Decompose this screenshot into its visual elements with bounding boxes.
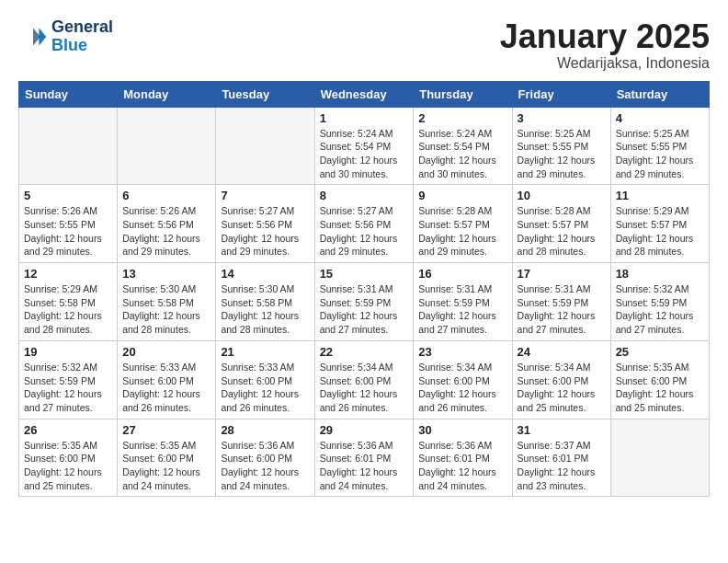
day-number: 7: [221, 189, 309, 202]
day-number: 18: [616, 267, 704, 281]
day-number: 19: [24, 345, 112, 359]
calendar-cell: 29Sunrise: 5:36 AM Sunset: 6:01 PM Dayli…: [314, 419, 414, 497]
weekday-header-tuesday: Tuesday: [216, 81, 314, 107]
calendar-cell: 7Sunrise: 5:27 AM Sunset: 5:56 PM Daylig…: [216, 185, 314, 263]
day-number: 15: [320, 267, 409, 281]
calendar-cell: 19Sunrise: 5:32 AM Sunset: 5:59 PM Dayli…: [19, 340, 118, 419]
calendar-cell: [216, 107, 314, 185]
week-row-4: 19Sunrise: 5:32 AM Sunset: 5:59 PM Dayli…: [19, 340, 710, 419]
week-row-5: 26Sunrise: 5:35 AM Sunset: 6:00 PM Dayli…: [19, 419, 710, 497]
logo-icon: [18, 22, 48, 52]
day-info: Sunrise: 5:27 AM Sunset: 5:56 PM Dayligh…: [221, 204, 309, 259]
calendar-cell: 3Sunrise: 5:25 AM Sunset: 5:55 PM Daylig…: [512, 107, 610, 185]
day-info: Sunrise: 5:24 AM Sunset: 5:54 PM Dayligh…: [418, 127, 506, 181]
day-info: Sunrise: 5:26 AM Sunset: 5:55 PM Dayligh…: [24, 204, 112, 259]
weekday-header-friday: Friday: [512, 81, 610, 107]
calendar-cell: 30Sunrise: 5:36 AM Sunset: 6:01 PM Dayli…: [414, 419, 512, 497]
calendar-cell: [19, 107, 118, 185]
calendar-cell: 15Sunrise: 5:31 AM Sunset: 5:59 PM Dayli…: [314, 263, 414, 341]
logo-text: General Blue: [51, 18, 113, 55]
day-info: Sunrise: 5:33 AM Sunset: 6:00 PM Dayligh…: [221, 361, 309, 415]
calendar-cell: 13Sunrise: 5:30 AM Sunset: 5:58 PM Dayli…: [118, 263, 216, 341]
day-number: 10: [518, 189, 606, 202]
day-number: 30: [418, 423, 506, 437]
day-number: 22: [320, 345, 409, 359]
day-number: 27: [122, 423, 210, 437]
day-number: 14: [221, 267, 309, 281]
day-number: 3: [518, 111, 606, 125]
day-number: 25: [616, 345, 704, 359]
day-info: Sunrise: 5:36 AM Sunset: 6:01 PM Dayligh…: [418, 439, 506, 493]
day-number: 12: [24, 267, 112, 281]
weekday-header-monday: Monday: [118, 81, 216, 107]
logo: General Blue: [18, 18, 113, 55]
calendar-cell: 6Sunrise: 5:26 AM Sunset: 5:56 PM Daylig…: [118, 185, 216, 263]
page-header: General Blue January 2025 Wedarijaksa, I…: [18, 18, 710, 72]
day-info: Sunrise: 5:31 AM Sunset: 5:59 PM Dayligh…: [418, 282, 506, 337]
day-number: 21: [221, 345, 309, 359]
day-number: 11: [616, 189, 704, 202]
weekday-header-row: SundayMondayTuesdayWednesdayThursdayFrid…: [19, 81, 710, 107]
calendar-cell: 23Sunrise: 5:34 AM Sunset: 6:00 PM Dayli…: [414, 340, 512, 419]
calendar-table: SundayMondayTuesdayWednesdayThursdayFrid…: [18, 81, 710, 498]
weekday-header-wednesday: Wednesday: [314, 81, 414, 107]
calendar-title: January 2025: [500, 18, 710, 55]
day-info: Sunrise: 5:31 AM Sunset: 5:59 PM Dayligh…: [518, 282, 606, 337]
calendar-cell: 9Sunrise: 5:28 AM Sunset: 5:57 PM Daylig…: [414, 185, 512, 263]
calendar-cell: 17Sunrise: 5:31 AM Sunset: 5:59 PM Dayli…: [512, 263, 610, 341]
calendar-cell: 8Sunrise: 5:27 AM Sunset: 5:56 PM Daylig…: [314, 185, 414, 263]
day-number: 16: [418, 267, 506, 281]
day-number: 4: [616, 111, 704, 125]
day-info: Sunrise: 5:34 AM Sunset: 6:00 PM Dayligh…: [320, 361, 409, 415]
day-info: Sunrise: 5:35 AM Sunset: 6:00 PM Dayligh…: [24, 439, 112, 493]
day-number: 28: [221, 423, 309, 437]
day-info: Sunrise: 5:37 AM Sunset: 6:01 PM Dayligh…: [518, 439, 606, 493]
day-info: Sunrise: 5:30 AM Sunset: 5:58 PM Dayligh…: [122, 282, 210, 337]
calendar-cell: 22Sunrise: 5:34 AM Sunset: 6:00 PM Dayli…: [314, 340, 414, 419]
calendar-subtitle: Wedarijaksa, Indonesia: [500, 55, 710, 72]
calendar-cell: 2Sunrise: 5:24 AM Sunset: 5:54 PM Daylig…: [414, 107, 512, 185]
calendar-cell: 14Sunrise: 5:30 AM Sunset: 5:58 PM Dayli…: [216, 263, 314, 341]
calendar-cell: 24Sunrise: 5:34 AM Sunset: 6:00 PM Dayli…: [512, 340, 610, 419]
day-info: Sunrise: 5:30 AM Sunset: 5:58 PM Dayligh…: [221, 282, 309, 337]
day-number: 20: [122, 345, 210, 359]
day-info: Sunrise: 5:28 AM Sunset: 5:57 PM Dayligh…: [518, 204, 606, 259]
day-number: 23: [418, 345, 506, 359]
title-block: January 2025 Wedarijaksa, Indonesia: [500, 18, 710, 72]
day-info: Sunrise: 5:34 AM Sunset: 6:00 PM Dayligh…: [518, 361, 606, 415]
day-info: Sunrise: 5:34 AM Sunset: 6:00 PM Dayligh…: [418, 361, 506, 415]
day-number: 9: [418, 189, 506, 202]
calendar-cell: 11Sunrise: 5:29 AM Sunset: 5:57 PM Dayli…: [610, 185, 709, 263]
weekday-header-saturday: Saturday: [610, 81, 709, 107]
calendar-cell: 27Sunrise: 5:35 AM Sunset: 6:00 PM Dayli…: [118, 419, 216, 497]
day-info: Sunrise: 5:28 AM Sunset: 5:57 PM Dayligh…: [418, 204, 506, 259]
day-number: 6: [122, 189, 210, 202]
week-row-2: 5Sunrise: 5:26 AM Sunset: 5:55 PM Daylig…: [19, 185, 710, 263]
day-info: Sunrise: 5:35 AM Sunset: 6:00 PM Dayligh…: [122, 439, 210, 493]
day-info: Sunrise: 5:27 AM Sunset: 5:56 PM Dayligh…: [320, 204, 409, 259]
day-number: 5: [24, 189, 112, 202]
calendar-cell: 10Sunrise: 5:28 AM Sunset: 5:57 PM Dayli…: [512, 185, 610, 263]
calendar-cell: 31Sunrise: 5:37 AM Sunset: 6:01 PM Dayli…: [512, 419, 610, 497]
day-info: Sunrise: 5:32 AM Sunset: 5:59 PM Dayligh…: [616, 282, 704, 337]
day-info: Sunrise: 5:29 AM Sunset: 5:57 PM Dayligh…: [616, 204, 704, 259]
calendar-cell: [118, 107, 216, 185]
day-number: 2: [418, 111, 506, 125]
day-number: 31: [518, 423, 606, 437]
day-info: Sunrise: 5:33 AM Sunset: 6:00 PM Dayligh…: [122, 361, 210, 415]
calendar-cell: [610, 419, 709, 497]
day-number: 17: [518, 267, 606, 281]
day-info: Sunrise: 5:29 AM Sunset: 5:58 PM Dayligh…: [24, 282, 112, 337]
day-info: Sunrise: 5:32 AM Sunset: 5:59 PM Dayligh…: [24, 361, 112, 415]
day-number: 13: [122, 267, 210, 281]
calendar-cell: 1Sunrise: 5:24 AM Sunset: 5:54 PM Daylig…: [314, 107, 414, 185]
calendar-cell: 16Sunrise: 5:31 AM Sunset: 5:59 PM Dayli…: [414, 263, 512, 341]
day-info: Sunrise: 5:25 AM Sunset: 5:55 PM Dayligh…: [518, 127, 606, 181]
calendar-cell: 28Sunrise: 5:36 AM Sunset: 6:00 PM Dayli…: [216, 419, 314, 497]
day-number: 26: [24, 423, 112, 437]
day-number: 1: [320, 111, 409, 125]
day-number: 29: [320, 423, 409, 437]
calendar-cell: 20Sunrise: 5:33 AM Sunset: 6:00 PM Dayli…: [118, 340, 216, 419]
day-info: Sunrise: 5:35 AM Sunset: 6:00 PM Dayligh…: [616, 361, 704, 415]
day-info: Sunrise: 5:36 AM Sunset: 6:00 PM Dayligh…: [221, 439, 309, 493]
